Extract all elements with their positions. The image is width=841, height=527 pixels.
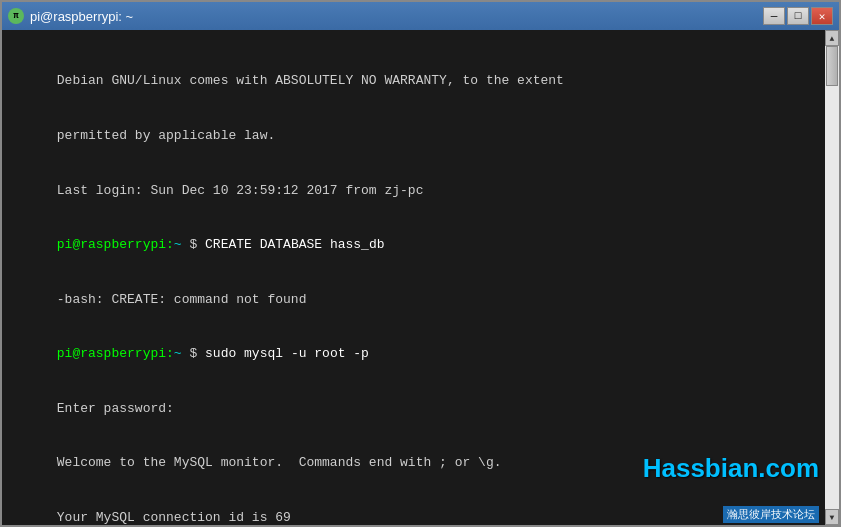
maximize-button[interactable]: □ — [787, 7, 809, 25]
brand-com: .com — [758, 453, 819, 483]
scrollbar-track[interactable] — [825, 46, 839, 509]
window-controls: — □ ✕ — [763, 7, 833, 25]
watermark: Hassbian.com 瀚思彼岸技术论坛 — [565, 432, 819, 523]
scrollbar-thumb[interactable] — [826, 46, 838, 86]
cmd-2: sudo mysql -u root -p — [205, 346, 369, 361]
scrollbar-down-button[interactable]: ▼ — [825, 509, 839, 525]
close-button[interactable]: ✕ — [811, 7, 833, 25]
brand-text: Hassbian — [643, 453, 759, 483]
titlebar-left: π pi@raspberrypi: ~ — [8, 8, 133, 24]
terminal-container: Debian GNU/Linux comes with ABSOLUTELY N… — [2, 30, 839, 525]
line-3: Last login: Sun Dec 10 23:59:12 2017 fro… — [57, 183, 424, 198]
prompt-1: pi@raspberrypi: — [57, 237, 174, 252]
scrollbar[interactable]: ▲ ▼ — [825, 30, 839, 525]
window-title: pi@raspberrypi: ~ — [30, 9, 133, 24]
line-5: -bash: CREATE: command not found — [57, 292, 307, 307]
minimize-button[interactable]: — — [763, 7, 785, 25]
dollar-1: $ — [182, 237, 205, 252]
app-icon: π — [8, 8, 24, 24]
line-7: Enter password: — [57, 401, 174, 416]
terminal-output[interactable]: Debian GNU/Linux comes with ABSOLUTELY N… — [2, 30, 825, 525]
terminal-window: π pi@raspberrypi: ~ — □ ✕ Debian GNU/Lin… — [0, 0, 841, 527]
line-8: Welcome to the MySQL monitor. Commands e… — [57, 455, 502, 470]
titlebar: π pi@raspberrypi: ~ — □ ✕ — [2, 2, 839, 30]
tilde-2: ~ — [174, 346, 182, 361]
prompt-2: pi@raspberrypi: — [57, 346, 174, 361]
cmd-1: CREATE DATABASE hass_db — [205, 237, 384, 252]
dollar-2: $ — [182, 346, 205, 361]
line-2: permitted by applicable law. — [57, 128, 275, 143]
tilde-1: ~ — [174, 237, 182, 252]
line-1: Debian GNU/Linux comes with ABSOLUTELY N… — [57, 73, 564, 88]
line-9: Your MySQL connection id is 69 — [57, 510, 291, 525]
watermark-subtitle: 瀚思彼岸技术论坛 — [723, 506, 819, 523]
watermark-brand: Hassbian.com — [565, 432, 819, 505]
scrollbar-up-button[interactable]: ▲ — [825, 30, 839, 46]
